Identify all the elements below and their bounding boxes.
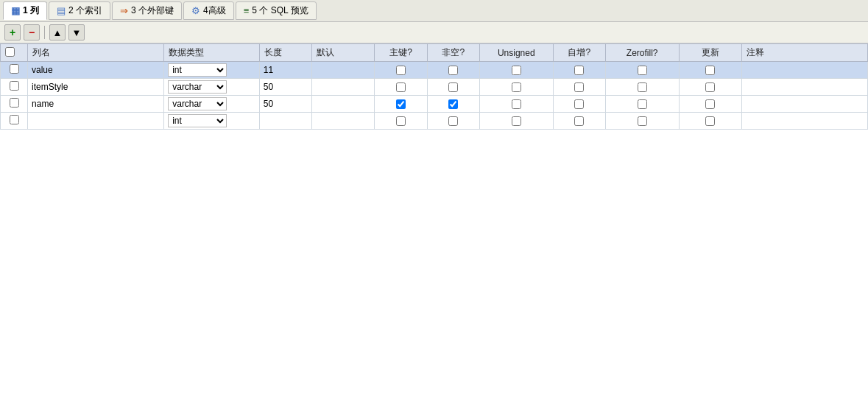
cell-ai <box>553 96 605 113</box>
unsigned-checkbox[interactable] <box>512 116 521 126</box>
cell-zf <box>605 96 679 113</box>
cell-name[interactable] <box>28 113 164 130</box>
zf-checkbox[interactable] <box>638 99 647 109</box>
cell-length[interactable] <box>259 79 311 96</box>
cell-nn <box>427 79 479 96</box>
toolbar-separator <box>44 26 45 39</box>
cell-default[interactable] <box>312 79 375 96</box>
nn-checkbox[interactable] <box>448 66 458 75</box>
cell-unsigned <box>479 96 553 113</box>
update-checkbox[interactable] <box>705 116 715 126</box>
table-row: intvarchartextdatedatetimefloatdoublebig… <box>1 96 868 113</box>
default-input[interactable] <box>316 65 370 75</box>
table-header-row: 列名 数据类型 长度 默认 主键? 非空? Unsigned 自增? Zerof… <box>1 44 868 62</box>
length-input[interactable] <box>264 65 308 75</box>
default-input[interactable] <box>316 99 370 109</box>
unsigned-checkbox[interactable] <box>512 66 521 75</box>
cell-comment[interactable] <box>742 79 868 96</box>
comment-input[interactable] <box>746 99 864 109</box>
length-input[interactable] <box>264 99 308 109</box>
comment-input[interactable] <box>746 116 864 126</box>
cell-unsigned <box>479 62 553 79</box>
unsigned-checkbox[interactable] <box>512 99 521 109</box>
cell-default[interactable] <box>312 62 375 79</box>
tab-sql[interactable]: ≡ 5 个 SQL 预览 <box>236 1 317 20</box>
nn-checkbox[interactable] <box>448 82 458 92</box>
ai-checkbox[interactable] <box>574 116 584 126</box>
row-select-checkbox[interactable] <box>10 98 19 108</box>
header-default: 默认 <box>312 44 375 62</box>
cell-name[interactable] <box>28 79 164 96</box>
type-select[interactable]: intvarchartextdatedatetimefloatdoublebig… <box>168 80 227 94</box>
header-ai: 自增? <box>553 44 605 62</box>
columns-table-container: 列名 数据类型 长度 默认 主键? 非空? Unsigned 自增? Zerof… <box>0 43 868 130</box>
name-input[interactable] <box>32 116 160 126</box>
header-name: 列名 <box>28 44 164 62</box>
pk-checkbox[interactable] <box>396 66 406 75</box>
row-select-checkbox[interactable] <box>10 115 19 124</box>
cell-default[interactable] <box>312 113 375 130</box>
row-select-checkbox[interactable] <box>10 81 19 91</box>
move-up-button[interactable]: ▲ <box>49 24 66 41</box>
cell-type: intvarchartextdatedatetimefloatdoublebig… <box>164 113 260 130</box>
cell-default[interactable] <box>312 96 375 113</box>
update-checkbox[interactable] <box>705 66 715 75</box>
length-input[interactable] <box>264 82 308 92</box>
zf-checkbox[interactable] <box>638 82 647 92</box>
default-input[interactable] <box>316 116 370 126</box>
ai-checkbox[interactable] <box>574 66 584 75</box>
cell-ai <box>553 62 605 79</box>
update-checkbox[interactable] <box>705 82 715 92</box>
tab-fk[interactable]: ⇒ 3 个外部键 <box>112 1 182 20</box>
nn-checkbox[interactable] <box>448 99 458 109</box>
cell-comment[interactable] <box>742 113 868 130</box>
cell-length[interactable] <box>259 62 311 79</box>
cell-name[interactable] <box>28 62 164 79</box>
zf-checkbox[interactable] <box>638 116 647 126</box>
comment-input[interactable] <box>746 82 864 92</box>
cell-length[interactable] <box>259 96 311 113</box>
name-input[interactable] <box>32 82 160 92</box>
row-checkbox-cell <box>1 62 28 79</box>
length-input[interactable] <box>264 116 308 126</box>
cell-unsigned <box>479 79 553 96</box>
tab-indexes[interactable]: ▤ 2 个索引 <box>49 1 110 20</box>
ai-checkbox[interactable] <box>574 82 584 92</box>
cell-update <box>679 96 741 113</box>
comment-input[interactable] <box>746 65 864 75</box>
zf-checkbox[interactable] <box>638 66 647 75</box>
default-input[interactable] <box>316 82 370 92</box>
row-select-checkbox[interactable] <box>10 64 19 74</box>
pk-checkbox[interactable] <box>396 99 406 109</box>
cell-zf <box>605 113 679 130</box>
ai-checkbox[interactable] <box>574 99 584 109</box>
table-row: intvarchartextdatedatetimefloatdoublebig… <box>1 62 868 79</box>
pk-checkbox[interactable] <box>396 116 406 126</box>
cell-type: intvarchartextdatedatetimefloatdoublebig… <box>164 79 260 96</box>
cell-comment[interactable] <box>742 62 868 79</box>
cell-name[interactable] <box>28 96 164 113</box>
remove-row-button[interactable]: − <box>24 24 40 41</box>
type-select-empty[interactable]: intvarchartextdatedatetimefloatdoublebig… <box>168 114 227 127</box>
update-checkbox[interactable] <box>705 99 715 109</box>
tab-advanced[interactable]: ⚙ 4高级 <box>183 1 234 20</box>
table-row: intvarchartextdatedatetimefloatdoublebig… <box>1 79 868 96</box>
cell-comment[interactable] <box>742 96 868 113</box>
name-input[interactable] <box>32 99 160 109</box>
add-row-button[interactable]: + <box>4 24 21 41</box>
pk-checkbox[interactable] <box>396 82 406 92</box>
cell-type: intvarchartextdatedatetimefloatdoublebig… <box>164 96 260 113</box>
nn-checkbox[interactable] <box>448 116 458 126</box>
fk-icon: ⇒ <box>120 5 128 16</box>
name-input[interactable] <box>32 65 160 75</box>
type-select[interactable]: intvarchartextdatedatetimefloatdoublebig… <box>168 63 227 77</box>
tab-columns[interactable]: ▦ 1 列 <box>3 1 47 20</box>
type-select[interactable]: intvarchartextdatedatetimefloatdoublebig… <box>168 97 227 110</box>
unsigned-checkbox[interactable] <box>512 82 521 92</box>
cell-length[interactable] <box>259 113 311 130</box>
row-checkbox-cell <box>1 113 28 130</box>
up-icon: ▲ <box>53 27 63 38</box>
select-all-checkbox[interactable] <box>5 47 15 57</box>
move-down-button[interactable]: ▼ <box>68 24 85 41</box>
tab-advanced-label: 4高级 <box>203 4 226 17</box>
